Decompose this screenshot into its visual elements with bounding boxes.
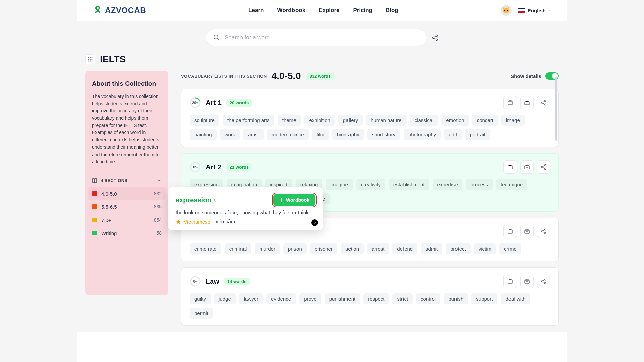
share-icon[interactable] [432,34,438,41]
briefcase-button[interactable] [520,96,534,109]
avatar[interactable]: 🐱 [501,5,512,16]
word-tag[interactable]: short story [367,129,400,140]
word-tag[interactable]: modern dance [267,129,309,140]
word-tag[interactable]: crime rate [190,243,221,254]
word-tag[interactable]: criminal [225,243,252,254]
share-button[interactable] [537,96,550,109]
word-tag[interactable]: the performing arts [223,115,274,126]
word-tag[interactable]: lawyer [239,293,263,304]
nav-learn[interactable]: Learn [248,7,264,14]
nav-explore[interactable]: Explore [319,7,339,14]
word-tag[interactable]: concert [472,115,498,126]
word-tag[interactable]: murder [255,243,280,254]
archive-button[interactable] [503,225,517,238]
word-tag[interactable]: crime [499,243,521,254]
scrollbar[interactable] [555,77,557,141]
search-icon [213,34,220,41]
word-tag[interactable]: establishment [389,179,429,190]
section-item[interactable]: Writing58 [88,227,166,240]
briefcase-button[interactable] [520,225,534,238]
archive-button[interactable] [503,275,517,288]
language-selector[interactable]: English [518,8,552,13]
svg-point-10 [88,61,89,62]
share-button[interactable] [537,225,550,238]
word-tag[interactable]: classical [410,115,438,126]
folder-icon [92,204,97,209]
word-tag[interactable]: gallery [338,115,363,126]
archive-button[interactable] [503,160,517,174]
word-tag[interactable]: respect [363,293,389,304]
section-item[interactable]: 5.5-6.5835 [88,200,166,214]
star-icon [176,219,181,224]
word-tag[interactable]: work [220,129,240,140]
word-tag[interactable]: control [416,293,440,304]
word-tag[interactable]: defend [392,243,417,254]
card-title: Law [206,277,219,285]
word-tag[interactable]: process [466,179,493,190]
word-tag[interactable]: strict [392,293,413,304]
word-tag[interactable]: judge [214,293,236,304]
word-tag[interactable]: prove [299,293,321,304]
sections-header[interactable]: 4 SECTIONS [92,178,162,183]
word-tag[interactable]: punishment [325,293,360,304]
vocab-lists-label: VOCABULARY LISTS IN THIS SECTION [181,74,267,79]
word-tag[interactable]: emotion [441,115,469,126]
grid-icon[interactable] [85,54,95,64]
word-tag[interactable]: action [341,243,364,254]
folder-icon [92,191,97,196]
word-tag[interactable]: support [471,293,497,304]
word-tag[interactable]: technique [496,179,527,190]
word-tag[interactable]: portrait [465,129,490,140]
word-tag[interactable]: image [501,115,525,126]
expand-icon[interactable]: ↗ [311,219,318,226]
archive-button[interactable] [503,96,517,109]
word-tag[interactable]: punish [444,293,468,304]
svg-rect-15 [508,101,512,105]
word-tag[interactable]: permit [190,308,213,319]
nav-wordbook[interactable]: Wordbook [277,7,305,14]
language-label: English [528,8,546,13]
nav-blog[interactable]: Blog [386,7,398,14]
section-count: 854 [154,217,162,223]
svg-point-0 [214,35,218,39]
progress-ring: 20% [190,97,201,108]
word-tag[interactable]: prisoner [310,243,337,254]
svg-rect-27 [508,230,512,233]
word-tag[interactable]: sculpture [190,115,219,126]
word-tag[interactable]: edit [444,129,462,140]
word-tag[interactable]: exhibition [304,115,335,126]
word-tag[interactable]: deal with [501,293,530,304]
word-tag[interactable]: guilty [190,293,211,304]
share-button[interactable] [537,275,550,288]
word-tag[interactable]: film [312,129,329,140]
word-tag[interactable]: expertise [433,179,463,190]
word-tag[interactable]: theme [278,115,301,126]
search-box[interactable] [206,29,427,46]
briefcase-button[interactable] [520,275,534,288]
sections-label: 4 SECTIONS [101,178,127,183]
word-tag[interactable]: arrest [367,243,389,254]
section-item[interactable]: 7.0+854 [88,214,166,227]
nav-pricing[interactable]: Pricing [353,7,372,14]
word-tag[interactable]: imagine [326,179,353,190]
section-item[interactable]: 4.0-5.0832 [88,187,166,200]
share-button[interactable] [537,160,550,174]
svg-point-36 [544,279,546,280]
word-tag[interactable]: human nature [366,115,407,126]
svg-point-25 [541,166,543,168]
word-tag[interactable]: admit [421,243,442,254]
word-tag[interactable]: prison [283,243,307,254]
word-tag[interactable]: biography [332,129,364,140]
logo[interactable]: AZVOCAB [92,5,146,16]
briefcase-button[interactable] [520,160,534,174]
word-tag[interactable]: photography [404,129,441,140]
word-tag[interactable]: victim [474,243,496,254]
add-wordbook-button[interactable]: Wordbook [273,194,315,206]
word-tag[interactable]: artist [243,129,264,140]
search-input[interactable] [225,34,419,41]
word-tag[interactable]: evidence [266,293,296,304]
word-tag[interactable]: painting [190,129,217,140]
logo-icon [92,5,103,16]
word-tag[interactable]: creativity [356,179,385,190]
word-tag[interactable]: protect [446,243,471,254]
